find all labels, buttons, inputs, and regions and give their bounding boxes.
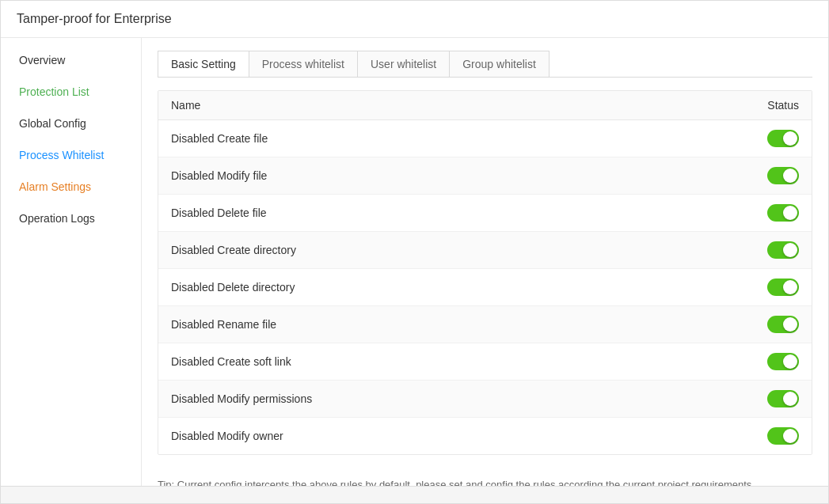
sidebar: OverviewProtection ListGlobal ConfigProc… [1,38,142,486]
col-name-header: Name [171,99,200,112]
settings-table: Name Status Disabled Create fileDisabled… [158,90,812,455]
row-name-3: Disabled Create directory [171,244,296,256]
toggle-1[interactable] [767,167,799,184]
sidebar-item-protection-list[interactable]: Protection List [1,76,141,108]
toggle-0[interactable] [767,130,799,147]
toggle-6[interactable] [767,353,799,370]
toggle-5[interactable] [767,316,799,333]
table-row: Disabled Create directory [158,232,812,269]
row-name-6: Disabled Create soft link [171,355,291,368]
row-name-1: Disabled Modify file [171,169,267,182]
table-row: Disabled Delete directory [158,269,812,306]
app-body: OverviewProtection ListGlobal ConfigProc… [1,38,828,486]
row-name-4: Disabled Delete directory [171,281,295,294]
tab-user-whitelist[interactable]: User whitelist [357,51,450,77]
row-name-2: Disabled Delete file [171,207,267,219]
table-row: Disabled Modify permissions [158,381,812,418]
table-row: Disabled Modify file [158,157,812,195]
sidebar-item-global-config[interactable]: Global Config [1,108,141,139]
table-row: Disabled Delete file [158,195,812,232]
table-row: Disabled Create file [158,120,812,157]
row-name-0: Disabled Create file [171,132,268,145]
table-row: Disabled Create soft link [158,343,812,381]
row-name-8: Disabled Modify owner [171,430,283,442]
tab-group-whitelist[interactable]: Group whitelist [449,51,549,77]
toggle-7[interactable] [767,390,799,407]
table-row: Disabled Rename file [158,306,812,343]
toggle-2[interactable] [767,204,799,222]
row-name-7: Disabled Modify permissions [171,392,312,405]
status-bar [1,486,828,503]
table-header: Name Status [158,91,812,120]
app-title: Tamper-proof for Enterprise [17,12,172,25]
tab-basic-setting[interactable]: Basic Setting [158,51,249,77]
toggle-4[interactable] [767,279,799,296]
table-row: Disabled Modify owner [158,418,812,454]
toggle-8[interactable] [767,427,799,445]
sidebar-item-alarm-settings[interactable]: Alarm Settings [1,171,141,203]
toggle-3[interactable] [767,241,799,259]
table-rows-container: Disabled Create fileDisabled Modify file… [158,120,812,454]
tabs-container: Basic SettingProcess whitelistUser white… [158,51,812,78]
row-name-5: Disabled Rename file [171,318,276,331]
sidebar-item-overview[interactable]: Overview [1,44,141,76]
sidebar-item-operation-logs[interactable]: Operation Logs [1,203,141,234]
tip-text: Tip: Current config intercepts the above… [158,471,812,486]
tab-process-whitelist[interactable]: Process whitelist [249,51,358,77]
main-content: Basic SettingProcess whitelistUser white… [142,38,828,486]
sidebar-item-process-whitelist[interactable]: Process Whitelist [1,139,141,171]
app-header: Tamper-proof for Enterprise [1,1,828,38]
col-status-header: Status [767,99,799,112]
